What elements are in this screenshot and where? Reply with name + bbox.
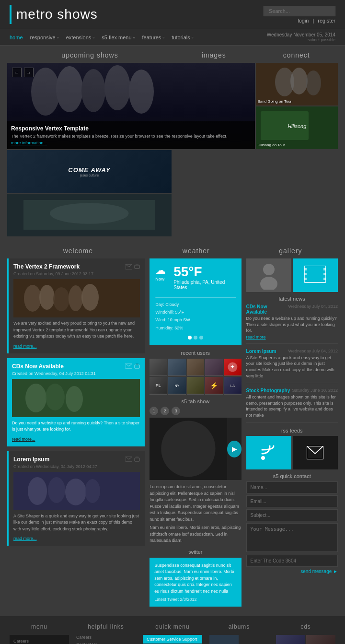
article-1-title: The Vertex 2 Framework: [13, 263, 80, 270]
film-icon: [304, 266, 326, 285]
user-avatar-2: [168, 359, 186, 376]
footer-menu-box: Careers Contact Us New Media Center Foru…: [10, 635, 69, 644]
quick-contact-section: s5 quick contact send message ►: [246, 473, 338, 569]
nav-s5flex[interactable]: s5 flex menu ◦: [102, 35, 135, 40]
svg-text:✦: ✦: [230, 363, 235, 370]
user-avatar-6: PL: [150, 377, 167, 395]
rss-section: rss feeds: [246, 428, 338, 469]
slider-next[interactable]: →: [24, 68, 34, 77]
nav: home responsive ◦ extensions ◦ s5 flex m…: [0, 29, 345, 46]
svg-text:⚡: ⚡: [210, 382, 218, 390]
svg-point-4: [129, 70, 154, 114]
user-avatar-4: [205, 359, 223, 376]
article-3-title: Lorem Ipsum: [13, 456, 49, 463]
news-item-3: Saturday June 30, 2012 Stock Photography…: [246, 388, 338, 422]
twitter-title: twitter: [150, 549, 241, 555]
svg-point-37: [85, 479, 100, 503]
tab-1[interactable]: 1: [150, 407, 158, 415]
svg-point-1: [56, 66, 83, 112]
footer-helpful-col: helpful links Careers Contact Us New Med…: [76, 623, 136, 644]
rss-title: rss feeds: [246, 428, 338, 433]
send-message-button[interactable]: send message ►: [300, 569, 338, 574]
email-feed-button[interactable]: [293, 436, 338, 469]
svg-point-19: [39, 285, 55, 310]
header-right: login | register: [264, 6, 335, 23]
user-avatar-3: [187, 359, 205, 376]
search-input[interactable]: [264, 6, 335, 16]
news-date-3: Saturday June 30, 2012: [292, 388, 338, 393]
quick-link-1[interactable]: Customer Service Support: [143, 635, 202, 644]
play-button[interactable]: ▶: [227, 441, 242, 457]
rss-feed-button[interactable]: [246, 436, 291, 469]
top-content-row: ← → Responsive Vertex Template The Verte…: [0, 63, 345, 236]
name-input[interactable]: [246, 481, 338, 493]
print-icon-2: [134, 363, 140, 369]
latest-news-section: latest news Wednesday July 04, 2012 CDs …: [246, 296, 338, 423]
captcha-input[interactable]: [246, 555, 338, 567]
subject-input[interactable]: [246, 509, 338, 521]
slider-caption-text: The Vertex 2 framework makes templates a…: [11, 133, 251, 140]
article-3-read-more[interactable]: read more...: [13, 536, 37, 541]
weather-widget: ☁ Now 55°F Philadelphia, PA, United Stat…: [150, 258, 241, 345]
nav-home[interactable]: home: [10, 35, 23, 40]
article-1-read-more[interactable]: read more...: [13, 344, 37, 349]
svg-rect-51: [304, 278, 307, 280]
svg-point-20: [53, 287, 69, 311]
extra-image: [23, 200, 155, 230]
email-input[interactable]: [246, 495, 338, 507]
rss-icons: [246, 436, 338, 469]
svg-rect-49: [304, 268, 307, 270]
main-content-grid: The Vertex 2 Framework Created on Saturd…: [0, 258, 345, 611]
come-away-text: COME AWAY: [68, 166, 110, 174]
svg-point-45: [161, 421, 215, 477]
twitter-section: twitter Suspendisse consequat sagittis n…: [150, 549, 241, 607]
recent-users-title: recent users: [150, 350, 241, 356]
right-col: latest news Wednesday July 04, 2012 CDs …: [246, 258, 338, 607]
header-left: metro shows: [10, 5, 98, 24]
weather-dot-1: [188, 336, 192, 340]
footer-top: menu Careers Contact Us New Media Center…: [0, 616, 345, 644]
nav-features[interactable]: features ◦: [142, 35, 165, 40]
slider-more-link[interactable]: more information...: [11, 141, 47, 145]
helpful-link-2[interactable]: Contact Us: [76, 642, 136, 644]
tab-3[interactable]: 3: [172, 407, 180, 415]
footer-menu-col: menu Careers Contact Us New Media Center…: [10, 623, 69, 644]
svg-point-0: [31, 68, 60, 116]
nav-tutorials[interactable]: tutorials ◦: [172, 35, 193, 40]
slider-nav: ← →: [12, 68, 34, 77]
article-3-meta: Created on Wednesday, 04 July 2012 04:27: [13, 464, 140, 469]
helpful-link-1[interactable]: Careers: [76, 635, 136, 640]
login-link[interactable]: login: [298, 18, 309, 23]
svg-point-7: [290, 68, 308, 94]
article-3: Lorem Ipsum Created on Wednesday, 04 Jul…: [7, 451, 145, 546]
news-item-1: Wednesday July 04, 2012 CDs Now Availabl…: [246, 304, 338, 344]
register-link[interactable]: register: [318, 18, 335, 23]
svg-point-35: [48, 477, 65, 503]
news-read-more-1[interactable]: read more: [246, 335, 266, 340]
slider-caption-title: Responsive Vertex Template: [11, 125, 251, 132]
hillsong-cell: Hillsong Hillsong on Tour: [256, 106, 338, 149]
svg-point-28: [46, 384, 65, 410]
message-input[interactable]: [246, 523, 338, 552]
news-text-1: Do you need a website up and running qui…: [246, 316, 338, 334]
weather-now: Now: [155, 277, 166, 281]
news-item-2: Wednesday July 04, 2012 Lorem Ipsum A Si…: [246, 349, 338, 383]
nav-responsive[interactable]: responsive ◦: [30, 35, 59, 40]
svg-point-27: [25, 384, 46, 412]
user-avatar-8: [187, 377, 205, 395]
slider-prev[interactable]: ←: [12, 68, 22, 77]
cd-2: [306, 635, 335, 644]
tab-2[interactable]: 2: [161, 407, 169, 415]
cd-1: [276, 635, 305, 644]
svg-point-3: [104, 65, 130, 110]
footer-menu-title: menu: [10, 623, 69, 630]
nav-extensions[interactable]: extensions ◦: [66, 35, 95, 40]
gallery-film-cell: [293, 258, 338, 292]
band-tour-cell: Band Going on Tour: [256, 63, 338, 105]
article-2-read-more[interactable]: read more...: [12, 437, 35, 442]
svg-rect-25: [136, 363, 138, 365]
article-1-meta: Created on Saturday, 09 June 2012 03:17: [13, 271, 140, 276]
footer-menu-careers[interactable]: Careers: [13, 639, 65, 644]
user-avatar-10: LA: [224, 377, 242, 395]
header: metro shows login | register: [0, 0, 345, 29]
